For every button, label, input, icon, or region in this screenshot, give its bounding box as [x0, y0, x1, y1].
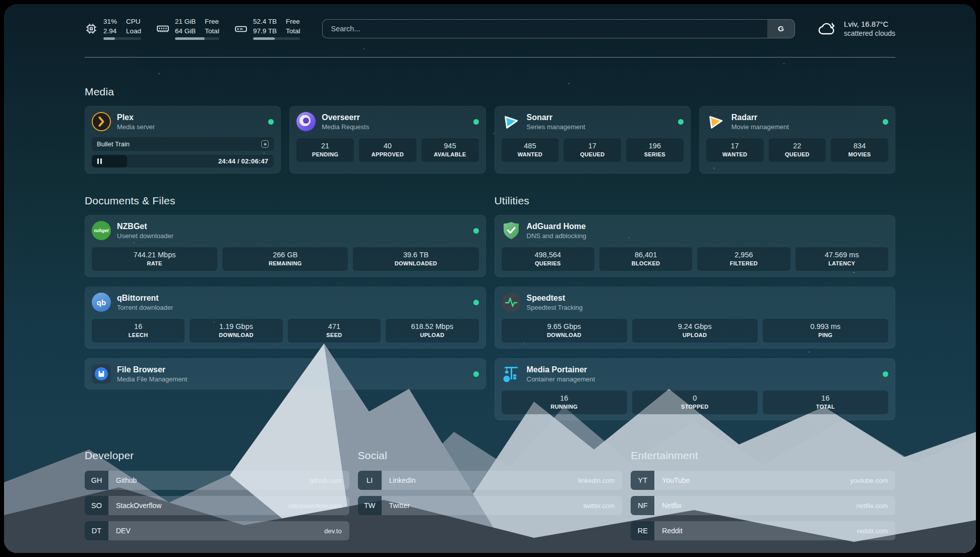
bookmark-name: StackOverflow [108, 496, 161, 515]
bookmark-url: netflix.com [856, 496, 895, 515]
stat-label: REMAINING [224, 260, 346, 266]
stat-value: 834 [833, 142, 886, 150]
speedtest-icon [502, 293, 521, 312]
sonarr-icon [502, 112, 521, 131]
bookmark-abbr: NF [631, 496, 654, 515]
service-card-nzbget[interactable]: nzbget NZBGet Usenet downloader 744.21 M… [85, 215, 486, 277]
section-documents: Documents & Files nzbget NZBGet Usenet d… [85, 174, 486, 420]
stat-label: DOWNLOADED [355, 260, 476, 266]
section-title-utilities: Utilities [495, 195, 896, 207]
service-desc: Media Requests [322, 123, 369, 131]
nzbget-logo-text: nzbget [94, 228, 109, 233]
resource-memory: 21 GiB 64 GiB Free Total [156, 17, 219, 40]
bookmark-linkedin[interactable]: LI LinkedIn linkedin.com [358, 471, 623, 490]
stat-value: 945 [423, 142, 477, 150]
service-name: Plex [117, 113, 155, 122]
bookmark-github[interactable]: GH Github github.com [85, 471, 349, 490]
service-name: Speedtest [527, 293, 583, 303]
stat-label: QUERIES [504, 260, 592, 266]
disk-icon [234, 22, 248, 35]
stat-pending: 21 PENDING [296, 138, 354, 162]
service-desc: Media server [117, 123, 155, 131]
cpu-usage-bar [103, 37, 141, 40]
stat-value: 1.19 Gbps [192, 322, 280, 330]
stat-wanted: 17 WANTED [706, 138, 764, 162]
stat-seed: 471 SEED [288, 319, 381, 343]
bookmark-abbr: TW [358, 496, 382, 515]
resource-values: 21 GiB 64 GiB [175, 17, 196, 35]
stat-value: 471 [290, 322, 379, 330]
resource-values: 31% 2.94 [103, 17, 117, 35]
bookmark-stackoverflow[interactable]: SO StackOverflow stackoverflow.com [85, 496, 349, 515]
service-card-portainer[interactable]: Media Portainer Container management 16 … [495, 358, 896, 420]
playback-progress-bar: 24:44 / 02:06:47 [92, 155, 274, 168]
service-card-speedtest[interactable]: Speedtest Speedtest Tracking 9.65 Gbps D… [495, 287, 896, 349]
resource-labels: CPU Load [126, 17, 141, 35]
stat-label: BLOCKED [601, 260, 690, 266]
stat-label: APPROVED [361, 151, 414, 157]
radarr-icon [706, 112, 725, 131]
resource-values: 52.4 TB 97.9 TB [253, 17, 277, 35]
qbittorrent-logo-text: qb [97, 298, 106, 307]
service-card-sonarr[interactable]: Sonarr Series management 485 WANTED 17 Q… [495, 106, 691, 174]
stat-label: PING [765, 332, 886, 338]
stat-label: WANTED [708, 151, 762, 157]
overseerr-icon [296, 112, 316, 131]
stat-blocked: 86,401 BLOCKED [599, 247, 692, 271]
stat-value: 16 [765, 394, 886, 402]
service-desc: Speedtest Tracking [527, 304, 583, 311]
nzbget-icon: nzbget [92, 221, 111, 240]
status-dot-online [473, 228, 479, 234]
stat-value: 9.65 Gbps [504, 322, 625, 330]
stat-label: PENDING [298, 151, 352, 157]
section-title-media: Media [85, 86, 895, 98]
bookmark-group-entertainment: Entertainment YT YouTube youtube.com NF … [631, 450, 895, 546]
google-search-button[interactable]: G [767, 20, 794, 38]
bookmark-dev[interactable]: DT DEV dev.to [85, 521, 349, 540]
bookmark-abbr: LI [358, 471, 382, 490]
stat-label: DOWNLOAD [504, 332, 625, 338]
stat-value: 16 [94, 322, 182, 330]
service-name: Media Portainer [527, 365, 595, 374]
bookmark-twitter[interactable]: TW Twitter twitter.com [358, 496, 623, 515]
service-card-overseerr[interactable]: Overseerr Media Requests 21 PENDING 40 A… [289, 106, 485, 174]
section-media: Media Plex Media server [85, 86, 895, 174]
status-dot-online [473, 371, 479, 377]
stat-queued: 17 QUEUED [564, 138, 621, 162]
stat-available: 945 AVAILABLE [421, 138, 479, 162]
search-input[interactable] [323, 20, 767, 38]
bookmark-abbr: DT [85, 521, 108, 540]
stat-movies: 834 MOVIES [831, 138, 888, 162]
stat-label: FILTERED [699, 260, 788, 266]
status-dot-online [883, 119, 888, 125]
status-dot-online [883, 371, 888, 377]
stat-label: QUEUED [771, 151, 824, 157]
stat-value: 9.24 Gbps [634, 322, 756, 330]
stat-value: 196 [628, 142, 682, 150]
resource-labels: Free Total [286, 17, 300, 35]
bookmark-youtube[interactable]: YT YouTube youtube.com [631, 471, 895, 490]
disk-free: 52.4 TB [253, 17, 277, 26]
cpu-percent: 31% [103, 17, 117, 26]
service-card-adguard[interactable]: AdGuard Home DNS and adblocking 498,564 … [495, 215, 896, 277]
bookmark-url: github.com [310, 471, 349, 490]
weather-condition: scattered clouds [844, 29, 895, 37]
section-title-developer: Developer [85, 450, 349, 462]
memory-free: 21 GiB [175, 17, 196, 26]
service-card-filebrowser[interactable]: File Browser Media File Management [85, 358, 486, 389]
stat-label: RUNNING [504, 404, 625, 410]
stat-latency: 47.569 ms LATENCY [795, 247, 888, 271]
service-card-radarr[interactable]: Radarr Movie management 17 WANTED 22 QUE… [699, 106, 895, 174]
stat-value: 47.569 ms [798, 251, 886, 259]
bookmark-reddit[interactable]: RE Reddit reddit.com [631, 521, 895, 540]
stat-downloaded: 39.6 TB DOWNLOADED [353, 247, 478, 271]
resource-widgets: 31% 2.94 CPU Load [85, 17, 300, 40]
stat-label: SEED [290, 332, 379, 338]
service-desc: Movie management [731, 123, 789, 131]
service-card-plex[interactable]: Plex Media server Bullet Train 24:44 / 0… [85, 106, 281, 174]
stat-value: 21 [298, 142, 352, 150]
service-card-qbittorrent[interactable]: qb qBittorrent Torrent downloader 16 [85, 287, 486, 349]
service-desc: DNS and adblocking [527, 232, 587, 240]
bookmark-netflix[interactable]: NF Netflix netflix.com [631, 496, 895, 515]
filebrowser-icon [92, 364, 111, 383]
